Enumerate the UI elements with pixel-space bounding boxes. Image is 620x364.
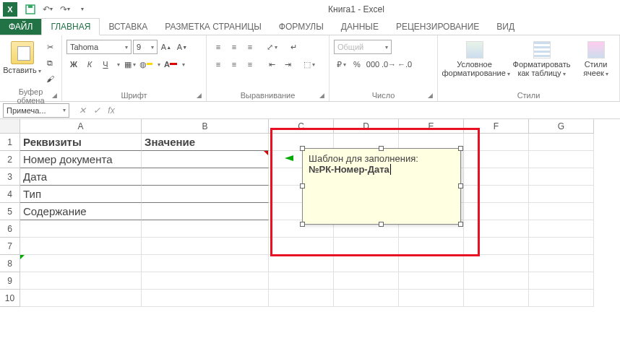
comma-icon[interactable]: 000	[366, 57, 380, 72]
cell[interactable]	[20, 238, 142, 255]
indent-increase-icon[interactable]: ⇥	[280, 57, 295, 72]
col-header[interactable]: A	[20, 119, 142, 134]
copy-icon[interactable]: ⧉	[43, 56, 57, 70]
tab-page-layout[interactable]: РАЗМЕТКА СТРАНИЦЫ	[156, 19, 270, 35]
cell[interactable]	[142, 220, 269, 238]
tab-data[interactable]: ДАННЫЕ	[332, 19, 387, 35]
cell[interactable]	[529, 238, 594, 255]
format-as-table-button[interactable]: Форматировать как таблицу	[509, 40, 574, 79]
tab-home[interactable]: ГЛАВНАЯ	[41, 18, 100, 35]
cell[interactable]	[269, 255, 334, 272]
align-middle-icon[interactable]: ≡	[227, 40, 241, 54]
cell-b1[interactable]: Значение	[142, 134, 269, 151]
cell[interactable]	[334, 255, 399, 272]
resize-handle[interactable]	[379, 146, 384, 151]
cell-a4[interactable]: Тип	[20, 186, 142, 203]
resize-handle[interactable]	[300, 146, 305, 151]
cell[interactable]	[529, 168, 594, 186]
cell[interactable]	[464, 255, 529, 272]
cell[interactable]	[399, 272, 464, 290]
indent-decrease-icon[interactable]: ⇤	[264, 57, 279, 72]
col-header[interactable]: B	[142, 119, 269, 134]
resize-handle[interactable]	[300, 183, 305, 188]
spreadsheet-grid[interactable]: A B C D E F G 1 Реквизиты Значение 2 Ном…	[0, 119, 620, 307]
align-bottom-icon[interactable]: ≡	[243, 40, 257, 54]
cell[interactable]	[334, 272, 399, 290]
row-header[interactable]: 7	[0, 238, 20, 255]
format-painter-icon[interactable]: 🖌	[43, 72, 57, 86]
cell[interactable]	[464, 272, 529, 290]
cell[interactable]	[529, 203, 594, 220]
cell[interactable]	[20, 255, 142, 272]
cell-a3[interactable]: Дата	[20, 168, 142, 186]
align-center-icon[interactable]: ≡	[227, 57, 241, 72]
align-top-icon[interactable]: ≡	[211, 40, 225, 54]
cell-b2[interactable]	[142, 151, 269, 168]
font-name-combo[interactable]: Tahoma▾	[66, 40, 132, 54]
borders-icon[interactable]: ▦	[123, 57, 137, 72]
resize-handle[interactable]	[458, 222, 463, 227]
cell[interactable]	[142, 255, 269, 272]
font-size-combo[interactable]: 9▾	[133, 40, 158, 54]
cell[interactable]	[529, 255, 594, 272]
underline-menu-icon[interactable]	[114, 57, 121, 72]
font-launcher-icon[interactable]: ◢	[196, 91, 204, 100]
cell[interactable]	[20, 290, 142, 307]
cell[interactable]	[464, 290, 529, 307]
select-all-corner[interactable]	[0, 119, 20, 134]
tab-formulas[interactable]: ФОРМУЛЫ	[270, 19, 332, 35]
row-header[interactable]: 6	[0, 220, 20, 238]
align-right-icon[interactable]: ≡	[243, 57, 257, 72]
font-color-icon[interactable]: A	[163, 57, 178, 72]
clipboard-launcher-icon[interactable]: ◢	[51, 91, 60, 100]
currency-icon[interactable]: ₽	[334, 57, 348, 72]
bold-button[interactable]: Ж	[66, 57, 81, 72]
resize-handle[interactable]	[458, 146, 463, 151]
number-launcher-icon[interactable]: ◢	[427, 91, 436, 100]
cancel-icon[interactable]: ✕	[77, 105, 88, 116]
qat-customize-icon[interactable]: ▾	[77, 4, 88, 15]
cell[interactable]	[334, 290, 399, 307]
cell-b3[interactable]	[142, 168, 269, 186]
orientation-icon[interactable]: ⤢	[264, 40, 279, 54]
cell[interactable]	[20, 220, 142, 238]
comment-box[interactable]: Шаблон для заполнения: №РК-Номер-Дата	[302, 148, 461, 225]
cell[interactable]	[399, 290, 464, 307]
row-header[interactable]: 8	[0, 255, 20, 272]
cell[interactable]	[20, 272, 142, 290]
row-header[interactable]: 10	[0, 290, 20, 307]
cell[interactable]	[399, 255, 464, 272]
merge-icon[interactable]: ⬚	[302, 57, 317, 72]
font-color-menu[interactable]	[179, 57, 186, 72]
alignment-launcher-icon[interactable]: ◢	[319, 91, 327, 100]
tab-review[interactable]: РЕЦЕНЗИРОВАНИЕ	[387, 19, 488, 35]
save-icon[interactable]	[25, 4, 36, 15]
cell[interactable]	[529, 134, 594, 151]
cell-a2[interactable]: Номер документа	[20, 151, 142, 168]
cell-b4[interactable]	[142, 186, 269, 203]
conditional-formatting-button[interactable]: Условное форматирование	[442, 40, 507, 79]
increase-decimal-icon[interactable]: .0→	[382, 57, 396, 72]
tab-file[interactable]: ФАЙЛ	[0, 19, 41, 35]
row-header[interactable]: 4	[0, 186, 20, 203]
cut-icon[interactable]: ✂	[43, 40, 57, 54]
paste-button[interactable]: Вставить	[4, 40, 40, 77]
undo-icon[interactable]: ↶▾	[42, 4, 53, 15]
percent-icon[interactable]: %	[350, 57, 364, 72]
cell-b5[interactable]	[142, 203, 269, 220]
grow-font-icon[interactable]: A▲	[159, 40, 173, 54]
cell[interactable]	[529, 220, 594, 238]
cell-styles-button[interactable]: Стили ячеек	[577, 40, 615, 79]
redo-icon[interactable]: ↷▾	[59, 4, 71, 15]
align-left-icon[interactable]: ≡	[211, 57, 225, 72]
wrap-text-icon[interactable]: ↵	[286, 40, 301, 54]
cell-a5[interactable]: Содержание	[20, 203, 142, 220]
tab-insert[interactable]: ВСТАВКА	[100, 19, 156, 35]
fill-color-icon[interactable]: ◍	[139, 57, 153, 72]
row-header[interactable]: 1	[0, 134, 20, 151]
enter-icon[interactable]: ✓	[91, 105, 103, 116]
resize-handle[interactable]	[379, 222, 384, 227]
row-header[interactable]: 2	[0, 151, 20, 168]
tab-view[interactable]: ВИД	[488, 19, 523, 35]
fx-icon[interactable]: fx	[106, 105, 117, 116]
